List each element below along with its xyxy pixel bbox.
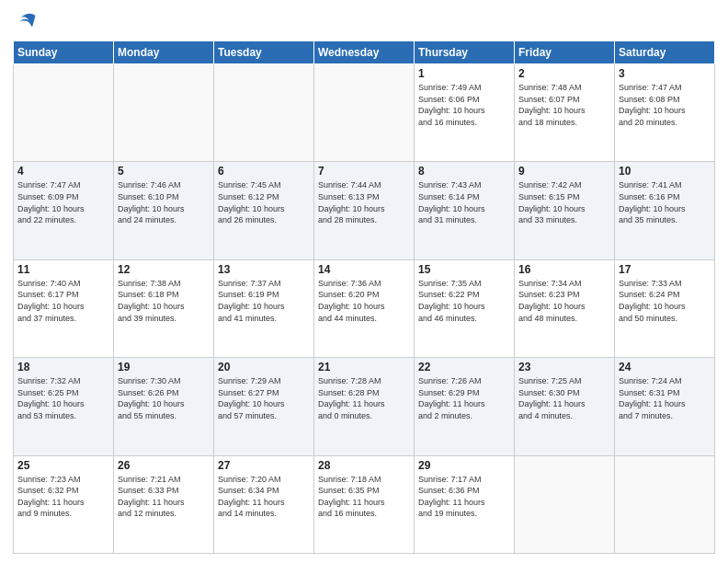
day-info: Sunrise: 7:43 AM Sunset: 6:14 PM Dayligh… (418, 179, 510, 225)
calendar-cell: 8Sunrise: 7:43 AM Sunset: 6:14 PM Daylig… (415, 162, 515, 259)
calendar-cell: 28Sunrise: 7:18 AM Sunset: 6:35 PM Dayli… (314, 455, 415, 553)
day-number: 9 (518, 165, 610, 178)
calendar-cell: 24Sunrise: 7:24 AM Sunset: 6:31 PM Dayli… (615, 358, 715, 455)
day-info: Sunrise: 7:18 AM Sunset: 6:35 PM Dayligh… (318, 474, 410, 520)
calendar-row: 11Sunrise: 7:40 AM Sunset: 6:17 PM Dayli… (14, 259, 715, 357)
calendar-cell: 14Sunrise: 7:36 AM Sunset: 6:20 PM Dayli… (314, 259, 415, 357)
calendar-cell: 18Sunrise: 7:32 AM Sunset: 6:25 PM Dayli… (14, 358, 114, 455)
day-info: Sunrise: 7:37 AM Sunset: 6:19 PM Dayligh… (218, 278, 310, 324)
day-info: Sunrise: 7:32 AM Sunset: 6:25 PM Dayligh… (17, 375, 109, 421)
page-header (13, 9, 715, 35)
calendar-cell (314, 64, 415, 162)
day-number: 28 (318, 459, 410, 472)
calendar-table: SundayMondayTuesdayWednesdayThursdayFrid… (13, 40, 715, 554)
day-info: Sunrise: 7:20 AM Sunset: 6:34 PM Dayligh… (218, 474, 310, 520)
day-info: Sunrise: 7:24 AM Sunset: 6:31 PM Dayligh… (619, 375, 711, 421)
day-info: Sunrise: 7:47 AM Sunset: 6:08 PM Dayligh… (619, 82, 711, 128)
calendar-cell: 1Sunrise: 7:49 AM Sunset: 6:06 PM Daylig… (415, 64, 515, 162)
day-number: 21 (318, 361, 410, 373)
calendar-cell (615, 455, 715, 553)
calendar-cell: 19Sunrise: 7:30 AM Sunset: 6:26 PM Dayli… (114, 358, 214, 455)
calendar-cell (14, 64, 114, 162)
calendar-cell: 3Sunrise: 7:47 AM Sunset: 6:08 PM Daylig… (615, 64, 715, 162)
logo-icon (13, 9, 39, 35)
day-number: 12 (118, 263, 210, 276)
day-number: 11 (17, 263, 109, 276)
day-info: Sunrise: 7:40 AM Sunset: 6:17 PM Dayligh… (17, 278, 109, 324)
day-number: 23 (518, 361, 610, 373)
calendar-cell: 11Sunrise: 7:40 AM Sunset: 6:17 PM Dayli… (14, 259, 114, 357)
day-info: Sunrise: 7:25 AM Sunset: 6:30 PM Dayligh… (518, 375, 610, 421)
weekday-monday: Monday (114, 41, 214, 64)
day-number: 16 (518, 263, 610, 276)
day-info: Sunrise: 7:28 AM Sunset: 6:28 PM Dayligh… (318, 375, 410, 421)
day-info: Sunrise: 7:26 AM Sunset: 6:29 PM Dayligh… (418, 375, 510, 421)
day-info: Sunrise: 7:38 AM Sunset: 6:18 PM Dayligh… (118, 278, 210, 324)
day-number: 24 (619, 361, 711, 373)
calendar-cell: 17Sunrise: 7:33 AM Sunset: 6:24 PM Dayli… (615, 259, 715, 357)
weekday-friday: Friday (515, 41, 615, 64)
day-number: 10 (619, 165, 711, 178)
calendar-row: 4Sunrise: 7:47 AM Sunset: 6:09 PM Daylig… (14, 162, 715, 259)
day-info: Sunrise: 7:45 AM Sunset: 6:12 PM Dayligh… (218, 179, 310, 225)
day-number: 27 (218, 459, 310, 472)
day-number: 3 (619, 67, 711, 80)
day-number: 26 (118, 459, 210, 472)
calendar-cell: 12Sunrise: 7:38 AM Sunset: 6:18 PM Dayli… (114, 259, 214, 357)
day-number: 22 (418, 361, 510, 373)
day-info: Sunrise: 7:42 AM Sunset: 6:15 PM Dayligh… (518, 179, 610, 225)
day-number: 8 (418, 165, 510, 178)
day-number: 29 (418, 459, 510, 472)
day-info: Sunrise: 7:23 AM Sunset: 6:32 PM Dayligh… (17, 474, 109, 520)
logo (13, 9, 42, 35)
calendar-cell: 13Sunrise: 7:37 AM Sunset: 6:19 PM Dayli… (214, 259, 314, 357)
calendar-row: 1Sunrise: 7:49 AM Sunset: 6:06 PM Daylig… (14, 64, 715, 162)
day-info: Sunrise: 7:41 AM Sunset: 6:16 PM Dayligh… (619, 179, 711, 225)
day-number: 4 (17, 165, 109, 178)
calendar-cell: 15Sunrise: 7:35 AM Sunset: 6:22 PM Dayli… (415, 259, 515, 357)
day-info: Sunrise: 7:47 AM Sunset: 6:09 PM Dayligh… (17, 179, 109, 225)
weekday-wednesday: Wednesday (314, 41, 415, 64)
calendar-cell: 21Sunrise: 7:28 AM Sunset: 6:28 PM Dayli… (314, 358, 415, 455)
calendar-cell: 23Sunrise: 7:25 AM Sunset: 6:30 PM Dayli… (515, 358, 615, 455)
calendar-cell: 6Sunrise: 7:45 AM Sunset: 6:12 PM Daylig… (214, 162, 314, 259)
calendar-cell: 16Sunrise: 7:34 AM Sunset: 6:23 PM Dayli… (515, 259, 615, 357)
day-info: Sunrise: 7:30 AM Sunset: 6:26 PM Dayligh… (118, 375, 210, 421)
calendar-cell: 20Sunrise: 7:29 AM Sunset: 6:27 PM Dayli… (214, 358, 314, 455)
day-number: 15 (418, 263, 510, 276)
weekday-thursday: Thursday (415, 41, 515, 64)
weekday-sunday: Sunday (14, 41, 114, 64)
day-number: 19 (118, 361, 210, 373)
day-number: 2 (518, 67, 610, 80)
day-info: Sunrise: 7:33 AM Sunset: 6:24 PM Dayligh… (619, 278, 711, 324)
day-number: 7 (318, 165, 410, 178)
day-info: Sunrise: 7:36 AM Sunset: 6:20 PM Dayligh… (318, 278, 410, 324)
calendar-row: 25Sunrise: 7:23 AM Sunset: 6:32 PM Dayli… (14, 455, 715, 553)
calendar-cell: 9Sunrise: 7:42 AM Sunset: 6:15 PM Daylig… (515, 162, 615, 259)
day-number: 14 (318, 263, 410, 276)
day-number: 25 (17, 459, 109, 472)
weekday-header-row: SundayMondayTuesdayWednesdayThursdayFrid… (14, 41, 715, 64)
day-info: Sunrise: 7:46 AM Sunset: 6:10 PM Dayligh… (118, 179, 210, 225)
weekday-tuesday: Tuesday (214, 41, 314, 64)
day-number: 6 (218, 165, 310, 178)
day-info: Sunrise: 7:21 AM Sunset: 6:33 PM Dayligh… (118, 474, 210, 520)
day-info: Sunrise: 7:34 AM Sunset: 6:23 PM Dayligh… (518, 278, 610, 324)
day-number: 5 (118, 165, 210, 178)
calendar-cell (515, 455, 615, 553)
calendar-cell (214, 64, 314, 162)
day-number: 17 (619, 263, 711, 276)
day-number: 20 (218, 361, 310, 373)
day-info: Sunrise: 7:35 AM Sunset: 6:22 PM Dayligh… (418, 278, 510, 324)
calendar-cell (114, 64, 214, 162)
calendar-cell: 4Sunrise: 7:47 AM Sunset: 6:09 PM Daylig… (14, 162, 114, 259)
calendar-cell: 7Sunrise: 7:44 AM Sunset: 6:13 PM Daylig… (314, 162, 415, 259)
weekday-saturday: Saturday (615, 41, 715, 64)
calendar-page: SundayMondayTuesdayWednesdayThursdayFrid… (0, 0, 728, 563)
day-info: Sunrise: 7:44 AM Sunset: 6:13 PM Dayligh… (318, 179, 410, 225)
day-number: 1 (418, 67, 510, 80)
day-info: Sunrise: 7:29 AM Sunset: 6:27 PM Dayligh… (218, 375, 310, 421)
day-number: 18 (17, 361, 109, 373)
calendar-cell: 5Sunrise: 7:46 AM Sunset: 6:10 PM Daylig… (114, 162, 214, 259)
calendar-cell: 25Sunrise: 7:23 AM Sunset: 6:32 PM Dayli… (14, 455, 114, 553)
